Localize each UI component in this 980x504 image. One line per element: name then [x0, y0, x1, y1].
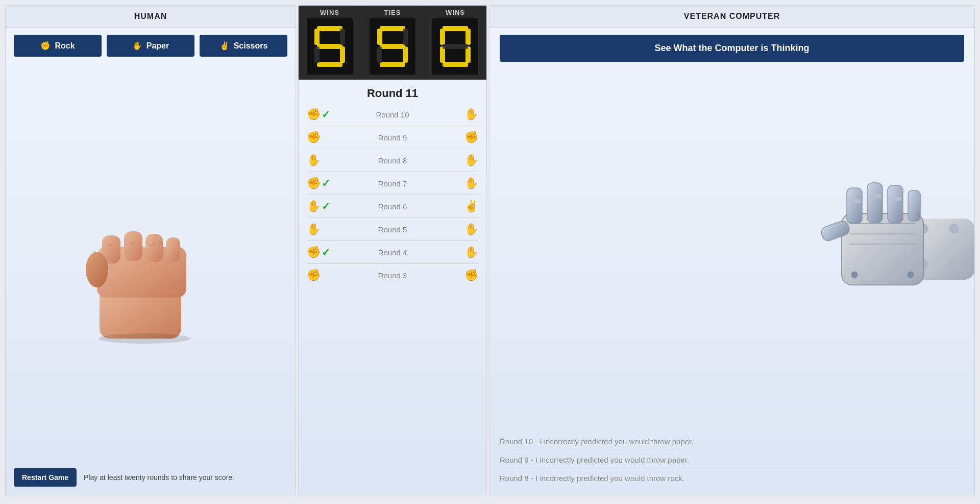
computer-panel-header: VETERAN COMPUTER — [489, 6, 974, 28]
thinking-log: Round 10 - I incorrectly predicted you w… — [489, 429, 974, 495]
paper-button[interactable]: ✋ Paper — [107, 35, 194, 57]
table-row: ✋ Round 8 ✋ — [307, 149, 478, 172]
svg-rect-14 — [340, 46, 345, 63]
round-3-label: Round 3 — [328, 271, 457, 280]
svg-rect-5 — [166, 237, 180, 262]
human-wins-digit — [312, 23, 348, 69]
svg-point-49 — [851, 272, 857, 278]
svg-rect-21 — [403, 46, 408, 63]
human-round4-icon: ✊✓ — [307, 246, 324, 259]
svg-rect-30 — [443, 62, 468, 67]
table-row: ✊ Round 9 ✊ — [307, 126, 478, 149]
svg-rect-4 — [145, 234, 163, 262]
human-round3-icon: ✊ — [307, 269, 324, 282]
bottom-bar: Restart Game Play at least twenty rounds… — [6, 460, 296, 495]
round-10-label: Round 10 — [328, 110, 457, 119]
restart-button[interactable]: Restart Game — [14, 468, 77, 487]
ties-display — [370, 18, 415, 75]
thinking-button[interactable]: See What the Computer is Thinking — [500, 35, 964, 62]
round-5-label: Round 5 — [328, 225, 457, 234]
svg-rect-11 — [317, 26, 342, 31]
svg-rect-16 — [340, 29, 345, 45]
human-hand-image — [69, 180, 232, 344]
right-panel: VETERAN COMPUTER See What the Computer i… — [489, 5, 975, 495]
svg-rect-15 — [317, 62, 342, 67]
thinking-entry: Round 9 - I incorrectly predicted you wo… — [500, 455, 964, 469]
rock-label: Rock — [55, 41, 75, 51]
human-round6-icon: ✋✓ — [307, 200, 324, 213]
human-wins-label: WINS — [320, 9, 339, 16]
svg-rect-44 — [908, 190, 920, 221]
rock-button[interactable]: ✊ Rock — [14, 35, 102, 57]
table-row: ✊✓ Round 7 ✋ — [307, 172, 478, 195]
computer-round3-icon: ✊ — [461, 269, 478, 282]
robot-hand-image — [760, 173, 974, 326]
svg-rect-24 — [377, 46, 382, 63]
thinking-entry: Round 8 - I incorrectly predicted you wo… — [500, 474, 964, 487]
svg-rect-22 — [380, 62, 405, 67]
svg-rect-31 — [443, 44, 468, 49]
svg-rect-12 — [314, 29, 320, 45]
svg-rect-19 — [377, 29, 382, 45]
computer-round6-icon: ✌ — [461, 200, 478, 213]
computer-wins-display — [432, 18, 478, 75]
choice-buttons-group: ✊ Rock ✋ Paper ✌ Scissors — [6, 28, 296, 64]
svg-rect-26 — [440, 29, 445, 45]
svg-point-50 — [908, 272, 914, 278]
rock-icon: ✊ — [40, 41, 51, 51]
human-hand-area — [6, 64, 296, 460]
human-round7-icon: ✊✓ — [307, 177, 324, 190]
table-row: ✊✓ Round 4 ✋ — [307, 241, 478, 264]
svg-rect-42 — [888, 185, 903, 223]
human-wins-display — [307, 18, 353, 75]
rounds-list: ✊✓ Round 10 ✋ ✊ Round 9 ✊ ✋ Round 8 ✋ ✊✓… — [299, 103, 486, 286]
ties-digit — [375, 23, 410, 69]
table-row: ✊✓ Round 10 ✋ — [307, 103, 478, 126]
round-8-label: Round 8 — [328, 156, 457, 165]
scissors-icon: ✌ — [219, 41, 230, 51]
computer-round8-icon: ✋ — [461, 154, 478, 167]
computer-round4-icon: ✋ — [461, 246, 478, 259]
human-round10-icon: ✊✓ — [307, 108, 324, 121]
thinking-entry: Round 10 - I incorrectly predicted you w… — [500, 437, 964, 450]
thinking-btn-wrapper: See What the Computer is Thinking — [489, 28, 974, 69]
svg-rect-23 — [403, 29, 408, 45]
scissors-label: Scissors — [234, 41, 268, 51]
round-9-label: Round 9 — [328, 133, 457, 142]
svg-point-36 — [949, 259, 959, 270]
svg-rect-43 — [889, 197, 901, 201]
computer-wins-label: WINS — [446, 9, 465, 16]
svg-point-10 — [99, 333, 190, 344]
computer-round5-icon: ✋ — [461, 223, 478, 236]
svg-point-34 — [949, 224, 959, 234]
svg-rect-27 — [465, 29, 471, 45]
computer-round10-icon: ✋ — [461, 108, 478, 121]
round-4-label: Round 4 — [328, 248, 457, 257]
computer-wins-col: WINS — [424, 6, 486, 80]
ties-col: TIES — [361, 6, 424, 80]
left-panel: HUMAN ✊ Rock ✋ Paper ✌ Scissors — [5, 5, 296, 495]
computer-round7-icon: ✋ — [461, 177, 478, 190]
table-row: ✊ Round 3 ✊ — [307, 264, 478, 286]
svg-rect-25 — [443, 26, 468, 31]
human-round9-icon: ✊ — [307, 131, 324, 144]
paper-label: Paper — [146, 41, 169, 51]
svg-rect-39 — [848, 199, 861, 203]
center-panel: WINS — [298, 5, 487, 495]
robot-hand-area — [489, 69, 974, 429]
round-6-label: Round 6 — [328, 202, 457, 211]
scissors-button[interactable]: ✌ Scissors — [200, 35, 287, 57]
svg-rect-40 — [867, 183, 883, 223]
svg-point-6 — [86, 252, 108, 287]
current-round-label: Round 11 — [367, 87, 418, 100]
paper-icon: ✋ — [132, 41, 142, 51]
human-wins-col: WINS — [299, 6, 361, 80]
svg-rect-3 — [124, 231, 142, 261]
svg-rect-13 — [317, 44, 342, 49]
svg-rect-17 — [314, 46, 320, 63]
round-7-label: Round 7 — [328, 179, 457, 188]
scoreboard: WINS — [299, 6, 486, 80]
svg-rect-38 — [847, 188, 862, 224]
table-row: ✋✓ Round 6 ✌ — [307, 195, 478, 218]
svg-rect-20 — [380, 44, 405, 49]
